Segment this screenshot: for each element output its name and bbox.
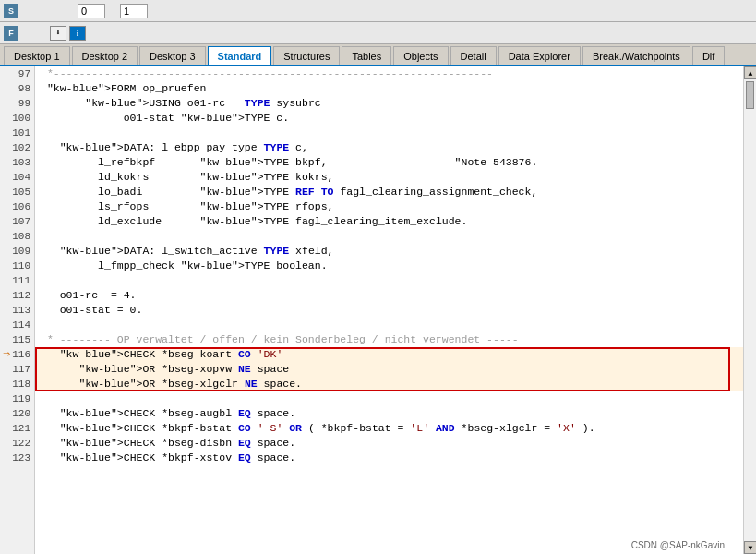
tab-structures[interactable]: Structures — [273, 46, 340, 65]
code-line-123: "kw-blue">CHECK *bkpf-xstov EQ space. — [35, 451, 743, 465]
line-num-text: 111 — [12, 273, 30, 288]
code-line-115: * -------- OP verwaltet / offen / kein S… — [35, 332, 743, 347]
line-num-text: 118 — [12, 377, 30, 391]
code-line-103: l_refbkpf "kw-blue">TYPE bkpf, "Note 543… — [35, 155, 743, 170]
line-number-105: 105 — [0, 185, 34, 199]
line-num-text: 104 — [12, 170, 30, 185]
line-num-text: 99 — [18, 96, 30, 111]
line-number-109: 109 — [0, 244, 34, 259]
line-number-107: 107 — [0, 214, 34, 229]
line-number-123: 123 — [0, 451, 34, 465]
code-line-113: o01-stat = 0. — [35, 303, 743, 318]
sy-subrc-field — [74, 4, 105, 18]
line-number-101: 101 — [0, 126, 34, 140]
scrollbar[interactable]: ▲ ▼ — [743, 66, 756, 554]
line-num-text: 114 — [12, 318, 30, 332]
code-line-106: ls_rfops "kw-blue">TYPE rfops, — [35, 199, 743, 214]
line-number-112: 112 — [0, 288, 34, 303]
code-line-118: "kw-blue">OR *bseg-xlgclr NE space. — [35, 377, 743, 391]
line-num-text: 112 — [12, 288, 30, 303]
line-number-102: 102 — [0, 140, 34, 155]
scrollbar-track — [744, 79, 756, 541]
toolbar-icons: ⬇ i — [50, 26, 86, 41]
code-line-116: "kw-blue">CHECK *bseg-koart CO 'DK' — [35, 347, 743, 362]
current-line-arrow: ⇒ — [3, 347, 10, 362]
sy-tabix-field — [116, 4, 148, 18]
line-number-111: 111 — [0, 273, 34, 288]
code-line-112: o01-rc = 4. — [35, 288, 743, 303]
tab-dif[interactable]: Dif — [692, 46, 725, 65]
line-number-115: 115 — [0, 332, 34, 347]
sy-tabix-input[interactable] — [120, 4, 148, 18]
download-icon[interactable]: ⬇ — [50, 26, 66, 41]
line-number-97: 97 — [0, 66, 34, 81]
line-num-text: 122 — [12, 436, 30, 451]
code-line-122: "kw-blue">CHECK *bseg-disbn EQ space. — [35, 436, 743, 451]
line-num-text: 101 — [12, 126, 30, 140]
tab-bar: Desktop 1Desktop 2Desktop 3StandardStruc… — [0, 44, 756, 66]
tab-data-explorer[interactable]: Data Explorer — [498, 46, 581, 65]
line-num-text: 109 — [12, 244, 30, 259]
line-number-118: 118 — [0, 377, 34, 391]
line-num-text: 107 — [12, 214, 30, 229]
code-content-panel: *---------------------------------------… — [35, 66, 743, 554]
line-number-108: 108 — [0, 229, 34, 244]
line-num-text: 100 — [12, 111, 30, 126]
code-line-104: ld_kokrs "kw-blue">TYPE kokrs, — [35, 170, 743, 185]
line-num-text: 102 — [12, 140, 30, 155]
line-number-98: 98 — [0, 81, 34, 96]
line-number-121: 121 — [0, 421, 34, 436]
program-icon: S — [4, 4, 18, 18]
line-num-text: 108 — [12, 229, 30, 244]
scroll-up-button[interactable]: ▲ — [744, 66, 756, 79]
line-numbers-panel: 9798991001011021031041051061071081091101… — [0, 66, 35, 554]
code-line-108 — [35, 229, 743, 244]
tab-standard[interactable]: Standard — [208, 46, 272, 65]
line-num-text: 116 — [12, 347, 30, 362]
line-number-116: ⇒116 — [0, 347, 34, 362]
line-num-text: 123 — [12, 451, 30, 465]
code-line-121: "kw-blue">CHECK *bkpf-bstat CO ' S' OR (… — [35, 421, 743, 436]
code-line-100: o01-stat "kw-blue">TYPE c. — [35, 111, 743, 126]
sy-subrc-input[interactable] — [78, 4, 105, 18]
tab-tables[interactable]: Tables — [342, 46, 391, 65]
line-num-text: 103 — [12, 155, 30, 170]
info-icon[interactable]: i — [69, 26, 86, 41]
line-number-117: 117 — [0, 362, 34, 377]
line-number-119: 119 — [0, 391, 34, 406]
second-toolbar: F ⬇ i — [0, 22, 756, 44]
code-line-114 — [35, 318, 743, 332]
line-number-104: 104 — [0, 170, 34, 185]
code-line-99: "kw-blue">USING o01-rc TYPE sysubrc — [35, 96, 743, 111]
code-line-120: "kw-blue">CHECK *bseg-augbl EQ space. — [35, 406, 743, 421]
code-line-107: ld_exclude "kw-blue">TYPE fagl_clearing_… — [35, 214, 743, 229]
line-num-text: 106 — [12, 199, 30, 214]
line-number-114: 114 — [0, 318, 34, 332]
line-num-text: 105 — [12, 185, 30, 199]
line-number-122: 122 — [0, 436, 34, 451]
scrollbar-thumb[interactable] — [746, 81, 754, 109]
code-line-111 — [35, 273, 743, 288]
line-number-106: 106 — [0, 199, 34, 214]
code-line-101 — [35, 126, 743, 140]
top-toolbar: S — [0, 0, 756, 22]
code-line-97: *---------------------------------------… — [35, 66, 743, 81]
tab-detail[interactable]: Detail — [450, 46, 497, 65]
code-line-119 — [35, 391, 743, 406]
line-num-text: 119 — [12, 391, 30, 406]
line-num-text: 121 — [12, 421, 30, 436]
line-number-99: 99 — [0, 96, 34, 111]
form-icon: F — [4, 26, 18, 41]
tab-desktop-2[interactable]: Desktop 2 — [72, 46, 138, 65]
tab-desktop-3[interactable]: Desktop 3 — [139, 46, 206, 65]
code-line-102: "kw-blue">DATA: l_ebpp_pay_type TYPE c, — [35, 140, 743, 155]
code-area: 9798991001011021031041051061071081091101… — [0, 66, 756, 554]
line-num-text: 97 — [18, 66, 30, 81]
tab-desktop-1[interactable]: Desktop 1 — [4, 46, 70, 65]
tab-break--watchpoints[interactable]: Break./Watchpoints — [582, 46, 690, 65]
code-line-98: "kw-blue">FORM op_pruefen — [35, 81, 743, 96]
scroll-down-button[interactable]: ▼ — [744, 541, 756, 554]
line-number-100: 100 — [0, 111, 34, 126]
tab-objects[interactable]: Objects — [393, 46, 448, 65]
line-num-text: 117 — [12, 362, 30, 377]
